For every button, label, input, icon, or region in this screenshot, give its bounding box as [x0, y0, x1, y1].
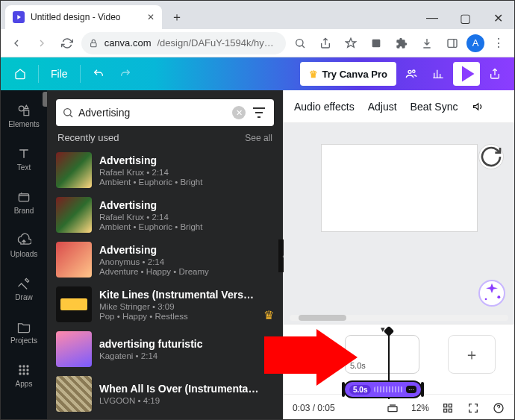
track-row[interactable]: Advertising Rafael Krux • 2:14 Ambient •…: [47, 192, 283, 237]
clear-search-button[interactable]: ✕: [232, 106, 246, 119]
svg-point-14: [26, 369, 28, 371]
address-bar[interactable]: canva.com /design/DAFuY-1594k/hyAr2I…: [81, 32, 286, 54]
video-canvas[interactable]: [321, 144, 478, 232]
track-title: Advertising: [99, 199, 274, 211]
kebab-icon[interactable]: ⋮: [487, 32, 510, 54]
rail-text[interactable]: Text: [2, 138, 46, 180]
audio-more-icon[interactable]: ⋯: [406, 386, 416, 393]
rail-brand[interactable]: Brand: [2, 181, 46, 223]
track-title: When All Is Over (Instrumenta…: [99, 383, 274, 395]
zoom-icon[interactable]: [289, 32, 311, 54]
rotate-button[interactable]: [478, 144, 504, 169]
forward-button[interactable]: [31, 32, 53, 54]
rail-projects[interactable]: Projects: [2, 311, 46, 353]
svg-point-4: [408, 70, 411, 73]
track-artist: Rafael Krux • 2:14: [99, 168, 274, 177]
close-window-button[interactable]: ✕: [481, 7, 514, 29]
filter-button[interactable]: [250, 104, 268, 122]
puzzle-icon[interactable]: [390, 32, 413, 54]
back-button[interactable]: [5, 32, 28, 54]
track-title: Advertising: [99, 154, 274, 166]
extension-icon-1[interactable]: [365, 32, 387, 54]
file-menu[interactable]: File: [45, 62, 74, 86]
redo-button[interactable]: [113, 62, 137, 86]
share-icon[interactable]: [314, 32, 337, 54]
analytics-button[interactable]: [426, 62, 450, 86]
new-tab-button[interactable]: ＋: [166, 7, 187, 28]
url-domain: canva.com: [104, 37, 152, 48]
zoom-level[interactable]: 12%: [411, 403, 429, 413]
rail-draw[interactable]: Draw: [2, 268, 46, 310]
track-list: Advertising Rafael Krux • 2:14 Ambient •…: [47, 148, 283, 420]
search-input[interactable]: [78, 107, 228, 119]
svg-point-1: [296, 39, 303, 46]
svg-point-18: [64, 109, 71, 116]
close-tab-icon[interactable]: ✕: [147, 12, 154, 22]
stage-wrap: [284, 123, 514, 324]
track-row[interactable]: Advertising Anonymus • 2:14 Adventure • …: [47, 237, 283, 282]
main-area: Elements Text Brand Uploads Draw Project…: [1, 90, 514, 420]
collaborators-button[interactable]: [399, 62, 423, 86]
fullscreen-icon[interactable]: [466, 401, 480, 415]
help-icon[interactable]: [492, 401, 505, 415]
video-clip[interactable]: 5.0s: [345, 335, 419, 374]
track-artist: Kagateni • 2:14: [99, 351, 274, 360]
left-rail: Elements Text Brand Uploads Draw Project…: [1, 90, 47, 420]
maximize-button[interactable]: ▢: [449, 7, 481, 29]
browser-titlebar: Untitled design - Video ✕ ＋ ― ▢ ✕: [1, 1, 514, 29]
timeline-body[interactable]: ▾ 5.0s ＋ 5.0s ⋯: [284, 325, 514, 394]
rail-label: Uploads: [10, 250, 38, 258]
pages-icon[interactable]: [386, 401, 399, 415]
track-row[interactable]: When All Is Over (Instrumenta… LVGOON • …: [47, 372, 283, 416]
svg-rect-21: [388, 407, 397, 412]
timeline: ▾ 5.0s ＋ 5.0s ⋯ 0:03 / 0:05 12%: [284, 324, 514, 420]
track-title: Advertising: [99, 244, 274, 256]
track-thumb: [56, 331, 92, 367]
track-title: advertising futuristic: [99, 338, 274, 350]
ctx-beat-sync[interactable]: Beat Sync: [411, 101, 458, 113]
track-row[interactable]: advertising futuristic Kagateni • 2:14: [47, 327, 283, 372]
magic-button[interactable]: [478, 280, 505, 307]
add-clip-button[interactable]: ＋: [448, 335, 496, 374]
section-title: Recently used: [57, 132, 119, 143]
minimize-button[interactable]: ―: [416, 7, 449, 29]
horizontal-scrollbar[interactable]: [290, 315, 508, 321]
audio-clip[interactable]: 5.0s ⋯: [343, 380, 422, 398]
track-row[interactable]: Kite Lines (Instrumental Versi… Mike Str…: [47, 282, 283, 327]
ctx-audio-effects[interactable]: Audio effects: [294, 101, 355, 113]
ctx-adjust[interactable]: Adjust: [368, 101, 397, 113]
svg-point-13: [22, 369, 25, 371]
svg-rect-0: [91, 43, 96, 46]
audio-clip-duration: 5.0s: [349, 385, 371, 395]
undo-button[interactable]: [87, 62, 110, 86]
canvas-area: Audio effects Adjust Beat Sync ▾ 5.0s ＋ …: [283, 90, 514, 420]
svg-rect-23: [449, 404, 452, 407]
rail-apps[interactable]: Apps: [2, 354, 46, 396]
audio-panel: ✕ Recently used See all Advertising Rafa…: [47, 90, 283, 420]
sidepanel-icon[interactable]: [441, 32, 464, 54]
star-icon[interactable]: [340, 32, 362, 54]
reload-button[interactable]: [56, 32, 78, 54]
svg-point-5: [413, 70, 415, 72]
grid-view-icon[interactable]: [441, 401, 455, 415]
browser-tab[interactable]: Untitled design - Video ✕: [5, 5, 162, 29]
volume-icon[interactable]: [471, 100, 484, 113]
present-button[interactable]: [453, 62, 480, 86]
profile-avatar[interactable]: A: [466, 34, 484, 52]
home-button[interactable]: [8, 62, 32, 86]
canva-favicon: [13, 11, 25, 23]
crown-icon: ♛: [263, 308, 274, 322]
svg-point-16: [22, 372, 25, 374]
svg-rect-3: [448, 39, 457, 47]
download-icon[interactable]: [416, 32, 438, 54]
rail-elements[interactable]: Elements: [2, 95, 46, 137]
share-button[interactable]: [483, 62, 507, 86]
track-row[interactable]: Advertising Rafael Krux • 2:14 Ambient •…: [47, 148, 283, 192]
see-all-link[interactable]: See all: [245, 133, 272, 143]
track-tags: Ambient • Euphoric • Bright: [99, 222, 274, 231]
search-box[interactable]: ✕: [56, 99, 274, 126]
time-display: 0:03 / 0:05: [293, 403, 335, 413]
svg-rect-2: [372, 39, 381, 47]
try-pro-button[interactable]: ♛ Try Canva Pro: [300, 62, 396, 86]
rail-uploads[interactable]: Uploads: [2, 225, 46, 266]
